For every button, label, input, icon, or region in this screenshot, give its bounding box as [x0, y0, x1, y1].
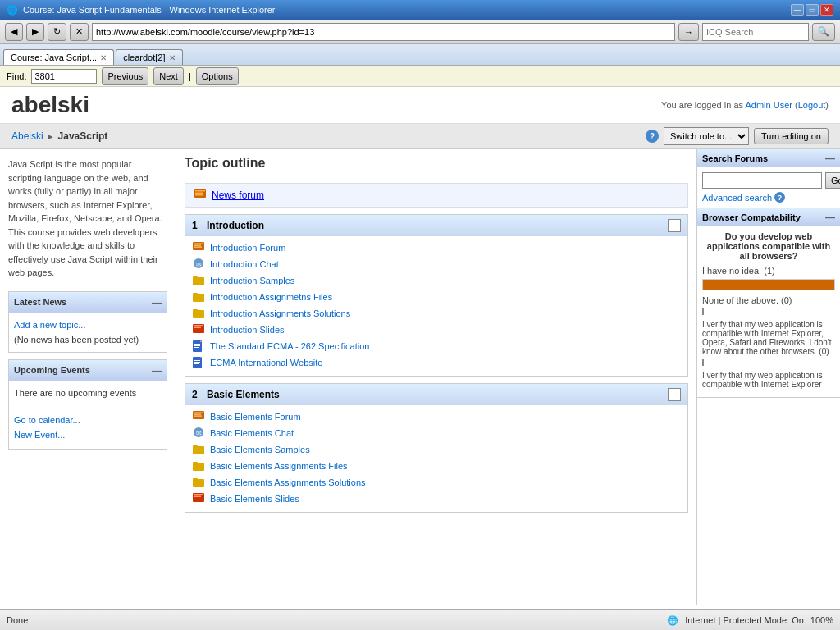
- intro-files-link[interactable]: Introduction Assignmetns Files: [210, 292, 332, 302]
- topic-items-1: Introduction Forum ✉ Introduction Chat I…: [185, 236, 687, 376]
- search-button[interactable]: 🔍: [812, 23, 835, 41]
- status-text: Done: [7, 615, 28, 625]
- folder-icon-3: [192, 307, 205, 320]
- user-name-link[interactable]: Admin User: [745, 100, 792, 110]
- chat-icon-b: ✉: [192, 427, 205, 440]
- tab-label-1: cleardot[2]: [123, 52, 165, 62]
- tabs-bar: Course: Java Script... ✕ cleardot[2] ✕: [0, 44, 840, 66]
- breadcrumb-bar: Abelski ► JavaScript ? Switch role to...…: [0, 124, 840, 149]
- topic-num-2: 2: [192, 389, 198, 400]
- restore-button[interactable]: ▭: [806, 4, 819, 16]
- basic-slides-link[interactable]: Basic Elements Slides: [210, 494, 299, 504]
- breadcrumb-home[interactable]: Abelski: [11, 130, 43, 142]
- poll-bar-container-0: [702, 279, 835, 290]
- search-box[interactable]: [702, 23, 809, 41]
- intro-forum-link[interactable]: Introduction Forum: [210, 243, 285, 253]
- basic-solutions-link[interactable]: Basic Elements Assignments Solutions: [210, 477, 366, 487]
- tab-close-0[interactable]: ✕: [100, 53, 107, 62]
- forward-button[interactable]: ▶: [26, 23, 44, 41]
- svg-rect-21: [194, 344, 200, 345]
- ecma-spec-link[interactable]: The Standard ECMA - 262 Specification: [210, 341, 369, 351]
- status-right: 🌐 Internet | Protected Mode: On 100%: [667, 615, 833, 626]
- find-input[interactable]: [31, 69, 97, 84]
- ecma-intl-link[interactable]: ECMA International Website: [210, 358, 322, 368]
- advanced-help-icon: ?: [774, 192, 785, 203]
- basic-chat-link[interactable]: Basic Elements Chat: [210, 428, 294, 438]
- minimize-button[interactable]: —: [791, 4, 804, 16]
- add-topic-link[interactable]: Add a new topic...: [14, 318, 162, 332]
- poll-question: Do you develop web applications compatib…: [702, 231, 835, 261]
- poll-option-0: I have no idea. (1): [702, 266, 835, 276]
- advanced-search-label: Advanced search: [702, 193, 772, 203]
- latest-news-title: Latest News: [14, 295, 66, 309]
- news-forum-row: News forum: [185, 183, 688, 208]
- main-content: Topic outline News forum 1 Introduction: [176, 149, 696, 605]
- go-button[interactable]: →: [678, 23, 699, 41]
- basic-files-link[interactable]: Basic Elements Assignments Files: [210, 461, 348, 471]
- forums-search-input[interactable]: [702, 172, 822, 189]
- poll-option-label-0: I have no idea. (1): [702, 266, 775, 276]
- search-forums-collapse[interactable]: —: [825, 153, 835, 164]
- edit-button[interactable]: Turn editing on: [754, 128, 829, 144]
- address-bar[interactable]: [92, 23, 675, 41]
- topic-item: Introduction Samples: [192, 272, 681, 289]
- stop-button[interactable]: ✕: [70, 23, 89, 41]
- find-next-button[interactable]: Next: [153, 67, 184, 85]
- topic-item: ✉ Basic Elements Chat: [192, 425, 681, 441]
- poll-bar-empty-2: [702, 359, 835, 366]
- upcoming-events-collapse[interactable]: —: [152, 363, 162, 378]
- help-icon[interactable]: ?: [646, 130, 659, 143]
- find-prev-button[interactable]: Previous: [102, 67, 148, 85]
- main-layout: Java Script is the most popular scriptin…: [0, 149, 840, 605]
- back-button[interactable]: ◀: [5, 23, 23, 41]
- intro-slides-link[interactable]: Introduction Slides: [210, 325, 285, 335]
- new-event-link[interactable]: New Event...: [14, 428, 162, 442]
- browser-compat-collapse[interactable]: —: [825, 212, 835, 223]
- tab-close-1[interactable]: ✕: [169, 53, 176, 62]
- advanced-search-link[interactable]: Advanced search ?: [702, 192, 835, 203]
- find-options-button[interactable]: Options: [196, 67, 239, 85]
- basic-samples-link[interactable]: Basic Elements Samples: [210, 445, 310, 454]
- close-button[interactable]: ✕: [820, 4, 833, 16]
- zone-label: Internet | Protected Mode: On: [685, 615, 804, 625]
- topic-checkbox-2[interactable]: [668, 388, 681, 401]
- svg-rect-23: [194, 347, 199, 348]
- tab-0[interactable]: Course: Java Script... ✕: [3, 49, 114, 65]
- latest-news-collapse[interactable]: —: [152, 295, 162, 310]
- slides-icon: [192, 323, 205, 336]
- news-forum-icon: [194, 189, 207, 202]
- topic-name-1: Introduction: [207, 220, 264, 231]
- calendar-link[interactable]: Go to calendar...: [14, 413, 162, 427]
- topic-outline-header: Topic outline: [185, 149, 688, 176]
- forum-icon-b: [192, 410, 205, 423]
- find-options-label: |: [189, 71, 191, 81]
- window-controls: — ▭ ✕: [791, 4, 833, 16]
- folder-icon-b2: [192, 459, 205, 472]
- forums-go-button[interactable]: Go: [825, 172, 840, 189]
- logout-link[interactable]: Logout: [798, 100, 826, 110]
- intro-solutions-link[interactable]: Introduction Assignments Solutions: [210, 308, 350, 318]
- poll-section: Do you develop web applications compatib…: [697, 226, 840, 397]
- logged-in-text: You are logged in as: [661, 100, 743, 110]
- folder-icon-b1: [192, 443, 205, 456]
- latest-news-content: Add a new topic... (No news has been pos…: [9, 313, 167, 352]
- news-forum-link[interactable]: News forum: [212, 189, 264, 201]
- intro-chat-link[interactable]: Introduction Chat: [210, 259, 279, 269]
- topic-checkbox-1[interactable]: [668, 219, 681, 232]
- role-select[interactable]: Switch role to...: [664, 127, 749, 145]
- basic-forum-link[interactable]: Basic Elements Forum: [210, 412, 301, 422]
- breadcrumb-arrow: ►: [47, 132, 55, 141]
- upcoming-events-header: Upcoming Events —: [9, 360, 167, 381]
- svg-rect-3: [195, 194, 203, 196]
- poll-option-label-2: I verify that my web application is comp…: [702, 320, 832, 356]
- svg-rect-28: [194, 363, 199, 364]
- intro-samples-link[interactable]: Introduction Samples: [210, 276, 294, 285]
- right-column: Search Forums — Go Advanced search ?: [696, 149, 840, 605]
- tab-1[interactable]: cleardot[2] ✕: [116, 49, 182, 65]
- browser-icon: 🌐: [7, 5, 18, 16]
- folder-icon-b3: [192, 476, 205, 489]
- topic-item: ECMA International Website: [192, 354, 681, 371]
- topic-item: ✉ Introduction Chat: [192, 256, 681, 272]
- svg-rect-36: [193, 445, 198, 448]
- refresh-button[interactable]: ↻: [48, 23, 66, 41]
